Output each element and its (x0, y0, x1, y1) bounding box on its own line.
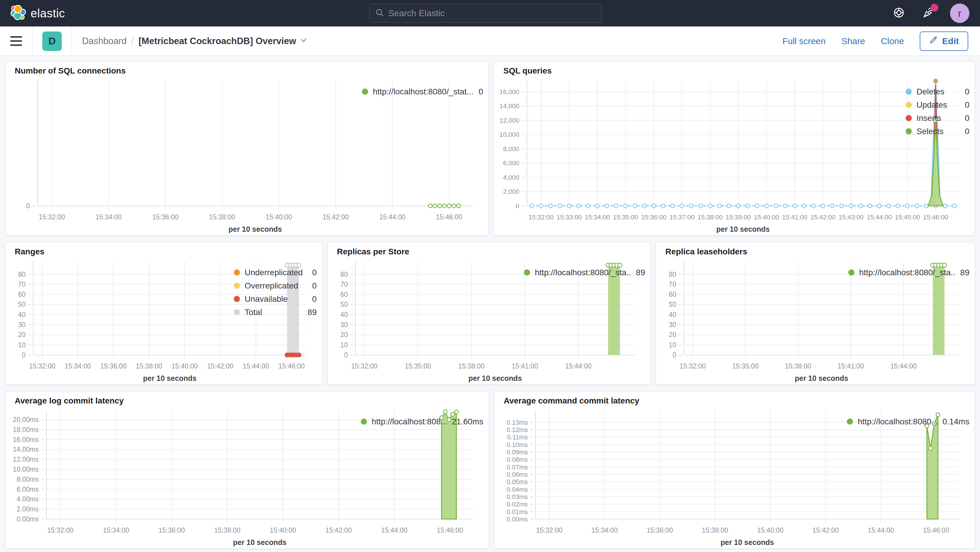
global-search[interactable] (369, 4, 601, 23)
panel-title[interactable]: Ranges (15, 247, 322, 256)
svg-text:0: 0 (516, 202, 519, 210)
chart-log-commit-latency[interactable]: 20.00ms18.00ms16.00ms14.00ms12.00ms10.00… (5, 406, 361, 549)
help-button[interactable] (891, 6, 907, 21)
svg-text:per 10 seconds: per 10 seconds (721, 538, 774, 546)
svg-text:15:37:00: 15:37:00 (669, 213, 695, 221)
svg-text:20: 20 (18, 331, 25, 339)
legend-label: Unavailable (245, 294, 288, 304)
svg-text:15:42:00: 15:42:00 (812, 527, 839, 534)
legend-item[interactable]: http://localhost:808...21.60ms (361, 415, 484, 428)
legend-item[interactable]: Underreplicated0 (234, 266, 317, 279)
legend-item[interactable]: Selects0 (905, 125, 969, 138)
svg-text:80: 80 (340, 270, 348, 278)
svg-text:15:40:00: 15:40:00 (266, 213, 292, 221)
nav-menu-button[interactable] (0, 27, 32, 56)
legend-item[interactable]: http://localhost:8080/_stat...0 (362, 85, 483, 98)
dashboard-app-badge[interactable]: D (42, 32, 62, 51)
hamburger-icon (10, 36, 22, 46)
chart-ranges[interactable]: 8070605040302010015:32:0015:34:0015:36:0… (5, 256, 234, 384)
share-button[interactable]: Share (842, 36, 865, 46)
legend-item[interactable]: Inserts0 (905, 111, 969, 125)
legend-item[interactable]: http://localhost:8080...0.14ms (847, 415, 969, 428)
svg-text:0.12ms: 0.12ms (507, 426, 528, 433)
svg-text:15:38:00: 15:38:00 (458, 362, 485, 370)
legend-item[interactable]: http://localhost:8080/_sta...89 (848, 266, 969, 279)
user-avatar[interactable]: r (950, 3, 969, 23)
svg-text:20.00ms: 20.00ms (13, 416, 39, 423)
search-icon (375, 8, 384, 19)
svg-text:15:42:00: 15:42:00 (326, 527, 352, 534)
page-title[interactable]: [Metricbeat CockroachDB] Overview (138, 36, 308, 46)
svg-text:15:38:00: 15:38:00 (702, 527, 728, 534)
svg-text:0.04ms: 0.04ms (507, 486, 528, 493)
svg-text:15:36:00: 15:36:00 (159, 527, 185, 534)
svg-text:per 10 seconds: per 10 seconds (233, 538, 286, 546)
chart-sql-connections[interactable]: 015:32:0015:34:0015:36:0015:38:0015:40:0… (5, 76, 362, 235)
elastic-logo[interactable]: elastic (11, 5, 65, 21)
legend-item[interactable]: Updates0 (905, 98, 969, 111)
svg-text:4,000: 4,000 (503, 174, 519, 181)
svg-text:14,000: 14,000 (500, 102, 519, 110)
panel-title[interactable]: Replicas per Store (337, 247, 651, 256)
svg-text:16.00ms: 16.00ms (13, 436, 39, 444)
breadcrumb-dashboard[interactable]: Dashboard (82, 36, 127, 46)
legend-item[interactable]: Total89 (234, 305, 317, 319)
svg-text:60: 60 (669, 291, 676, 298)
panel-title[interactable]: SQL queries (503, 66, 975, 76)
legend-item[interactable]: http://localhost:8080/_sta...89 (524, 266, 645, 279)
panel-title[interactable]: Average command commit latency (504, 396, 975, 406)
panel-title[interactable]: Number of SQL connections (15, 66, 488, 76)
chart-legend: http://localhost:8080/_stat...0 (362, 76, 488, 235)
legend-item[interactable]: Deletes0 (905, 85, 969, 98)
legend-label: http://localhost:8080/_stat... (373, 87, 473, 97)
chart-replicas-per-store[interactable]: 8070605040302010015:32:0015:35:0015:38:0… (328, 256, 524, 384)
svg-text:2,000: 2,000 (503, 188, 519, 195)
svg-text:0: 0 (22, 351, 25, 359)
legend-label: Deletes (916, 87, 944, 97)
svg-text:per 10 seconds: per 10 seconds (229, 225, 282, 233)
svg-text:15:35:00: 15:35:00 (732, 362, 759, 370)
legend-value: 89 (307, 308, 317, 317)
app-header: elastic (0, 0, 980, 27)
legend-label: Total (245, 308, 262, 317)
panel-sql-queries: SQL queries 16,00014,00012,00010,0008,00… (494, 61, 975, 235)
chart-legend: http://localhost:8080/_sta...89 (848, 256, 975, 384)
legend-item[interactable]: Unavailable0 (234, 292, 317, 305)
chart-sql-queries[interactable]: 16,00014,00012,00010,0008,0006,0004,0002… (494, 76, 905, 235)
app-badge-cell: D (32, 27, 72, 56)
panel-title[interactable]: Average log commit latency (15, 396, 489, 406)
search-input[interactable] (388, 8, 596, 18)
svg-text:10: 10 (669, 341, 676, 349)
legend-label: http://localhost:8080/_sta... (535, 268, 631, 277)
svg-text:8.00ms: 8.00ms (17, 476, 39, 483)
legend-item[interactable]: Overreplicated0 (234, 279, 317, 292)
legend-series-dot-icon (905, 115, 912, 121)
chart-replica-leaseholders[interactable]: 8070605040302010015:32:0015:35:0015:38:0… (656, 256, 848, 384)
svg-text:15:40:00: 15:40:00 (172, 362, 198, 370)
svg-text:15:32:00: 15:32:00 (528, 213, 554, 221)
notification-dot (931, 4, 938, 11)
full-screen-button[interactable]: Full screen (783, 36, 826, 46)
legend-value: 0.14ms (942, 417, 969, 426)
svg-text:15:36:00: 15:36:00 (100, 362, 127, 370)
newsfeed-button[interactable] (921, 6, 936, 21)
legend-value: 0 (478, 87, 483, 97)
svg-text:per 10 seconds: per 10 seconds (795, 374, 848, 382)
edit-button[interactable]: Edit (920, 32, 968, 51)
svg-text:15:32:00: 15:32:00 (352, 362, 378, 370)
svg-text:15:42:00: 15:42:00 (207, 362, 234, 370)
chart-command-commit-latency[interactable]: 0.13ms0.12ms0.11ms0.10ms0.09ms0.08ms0.07… (494, 406, 847, 549)
svg-text:15:32:00: 15:32:00 (29, 362, 56, 370)
svg-text:15:43:00: 15:43:00 (838, 213, 864, 221)
svg-text:30: 30 (340, 321, 348, 328)
chart-legend: Deletes0Updates0Inserts0Selects0 (905, 76, 975, 235)
svg-text:0.05ms: 0.05ms (507, 478, 528, 485)
svg-text:40: 40 (340, 311, 348, 318)
svg-text:15:42:00: 15:42:00 (810, 213, 836, 221)
svg-text:15:42:00: 15:42:00 (323, 213, 349, 221)
legend-value: 89 (636, 268, 645, 277)
clone-button[interactable]: Clone (881, 36, 904, 46)
panel-title[interactable]: Replica leaseholders (665, 247, 975, 256)
legend-series-dot-icon (524, 269, 530, 275)
svg-text:0.08ms: 0.08ms (507, 456, 528, 463)
